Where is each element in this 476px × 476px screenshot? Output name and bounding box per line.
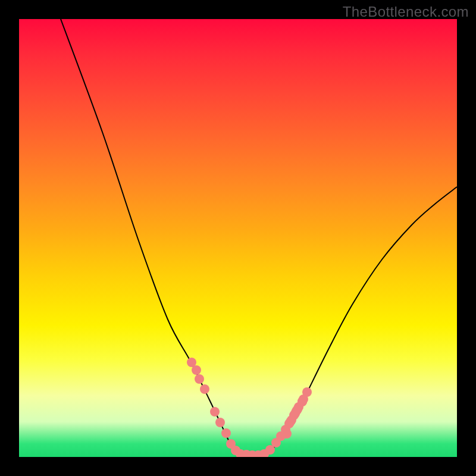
- data-point: [286, 417, 295, 427]
- plot-area: [19, 19, 457, 457]
- data-point: [200, 384, 209, 394]
- attribution-text: TheBottleneck.com: [343, 4, 469, 20]
- data-points: [187, 358, 312, 457]
- data-point: [210, 407, 220, 416]
- data-point: [292, 406, 301, 416]
- chart-frame: TheBottleneck.com: [0, 0, 476, 476]
- data-point: [282, 429, 292, 439]
- data-point: [215, 418, 225, 427]
- data-point: [195, 374, 204, 384]
- data-point: [192, 365, 201, 375]
- data-point: [221, 428, 231, 438]
- bottleneck-curve: [61, 19, 457, 455]
- chart-svg: [19, 19, 457, 457]
